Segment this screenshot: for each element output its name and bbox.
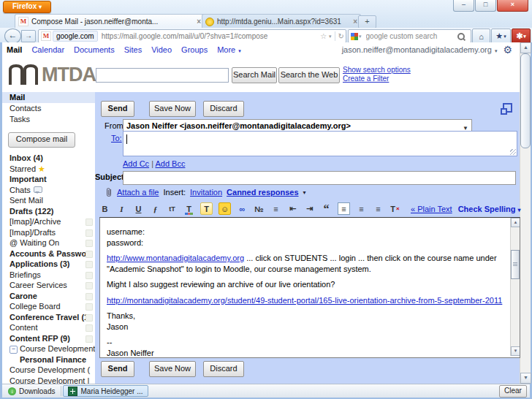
url-bar[interactable]: M google.com https://mail.google.com/mai… <box>38 29 346 43</box>
sidebar-label-expandable[interactable]: −Course Development <box>2 343 95 354</box>
mail-search-input[interactable] <box>96 68 229 83</box>
sidebar-folder-important[interactable]: Important <box>2 174 95 185</box>
back-button[interactable]: ← <box>4 28 21 44</box>
to-label-link[interactable]: To: <box>111 134 122 142</box>
sidebar-folder-inbox[interactable]: Inbox (4) <box>2 153 95 164</box>
sidebar-label[interactable]: Content RFP (9) <box>2 333 95 344</box>
emoji-icon[interactable]: ☺ <box>218 202 231 215</box>
invitation-link[interactable]: Invitation <box>190 188 222 197</box>
maximize-button[interactable]: □ <box>475 0 496 12</box>
clear-downloads-button[interactable]: Clear <box>499 385 527 398</box>
body-link[interactable]: http://www.montanadigitalacademy.org <box>107 254 244 262</box>
scroll-down-icon[interactable]: ▼ <box>520 373 531 384</box>
minimize-button[interactable]: – <box>453 0 474 12</box>
message-body-editor[interactable]: username: password: http://www.montanadi… <box>99 217 520 358</box>
sidebar-label[interactable]: Applications (3) <box>2 259 95 270</box>
sidebar-label[interactable]: [Imap]/Archive <box>2 216 95 227</box>
send-button[interactable]: Send <box>101 101 134 117</box>
align-center-icon[interactable]: ≡ <box>356 203 367 214</box>
sidebar-folder-sent-mail[interactable]: Sent Mail <box>2 195 95 206</box>
gbar-link-documents[interactable]: Documents <box>74 45 115 54</box>
reload-icon[interactable]: ↻ <box>338 32 344 40</box>
text-size-icon[interactable]: tT <box>167 203 178 214</box>
save-now-button[interactable]: Save Now <box>149 101 196 117</box>
gbar-link-groups[interactable]: Groups <box>181 45 208 54</box>
chevron-down-icon[interactable]: ▾ <box>329 34 332 39</box>
gbar-link-calendar[interactable]: Calendar <box>31 45 64 54</box>
sidebar-label[interactable]: @ Waiting On <box>2 238 95 248</box>
sidebar-item-mail[interactable]: Mail <box>2 92 95 103</box>
blockquote-icon[interactable]: “ <box>321 203 332 214</box>
sidebar-label[interactable]: Accounts & Passwor <box>2 248 95 259</box>
bullet-list-icon[interactable]: ≡ <box>270 203 281 214</box>
sidebar-label[interactable]: Course Development ( <box>2 365 95 376</box>
collapse-icon[interactable]: − <box>10 346 18 354</box>
gbar-link-sites[interactable]: Sites <box>124 45 142 54</box>
sidebar-label[interactable]: Course Development | <box>2 376 95 384</box>
canned-responses-link[interactable]: Canned responses <box>227 188 298 197</box>
italic-icon[interactable]: I <box>116 203 127 214</box>
scrollbar-thumb[interactable] <box>520 53 531 148</box>
sidebar-label[interactable]: Content <box>2 322 95 333</box>
attach-file-link[interactable]: Attach a file <box>117 188 159 197</box>
web-search-input[interactable]: ▾ google custom search <box>348 29 471 43</box>
sidebar-folder-starred[interactable]: Starred★ <box>2 164 95 175</box>
to-field[interactable] <box>123 131 517 156</box>
body-scrollbar[interactable]: ▲ ▼ <box>510 218 520 356</box>
search-icon[interactable] <box>457 33 465 40</box>
gbar-link-mail[interactable]: Mail <box>7 45 22 54</box>
bookmark-star-icon[interactable]: ☆ <box>320 32 327 40</box>
sidebar-label[interactable]: Carone <box>2 291 95 302</box>
bold-icon[interactable]: B <box>99 203 110 214</box>
sidebar-label[interactable]: Career Services <box>2 280 95 291</box>
numbered-list-icon[interactable]: № <box>254 203 265 214</box>
sidebar-item-tasks[interactable]: Tasks <box>2 114 95 125</box>
send-button-bottom[interactable]: Send <box>101 361 134 377</box>
bookmarks-button[interactable]: ★▾ <box>491 28 511 44</box>
sidebar-label[interactable]: [Imap]/Drafts <box>2 227 95 238</box>
download-item[interactable]: Maria Heidegger ... <box>63 385 148 397</box>
sidebar-label[interactable]: Briefings <box>2 270 95 281</box>
gbar-link-more[interactable]: More ▾ <box>217 45 241 54</box>
sidebar-folder-chats[interactable]: Chats <box>2 185 95 196</box>
lastpass-button[interactable]: ✱▾ <box>512 28 531 44</box>
insert-link-icon[interactable]: ∞ <box>237 203 248 214</box>
subject-field[interactable] <box>123 171 516 185</box>
remove-formatting-icon[interactable]: T× <box>390 203 400 214</box>
save-now-button-bottom[interactable]: Save Now <box>149 361 196 377</box>
check-spelling-link[interactable]: Check Spelling ▾ <box>458 205 522 213</box>
gbar-link-video[interactable]: Video <box>151 45 172 54</box>
search-web-button[interactable]: Search the Web <box>278 67 340 83</box>
compose-mail-button[interactable]: Compose mail <box>8 132 75 148</box>
close-tab-icon[interactable]: × <box>197 18 201 26</box>
tab-compose-mail[interactable]: M Compose Mail - jason.neiffer@monta... … <box>15 14 205 28</box>
add-cc-link[interactable]: Add Cc <box>123 159 149 168</box>
tab-mtda-genius[interactable]: http://mtda.geniu...Main.aspx?id=3631 × <box>202 14 361 28</box>
discard-button[interactable]: Discard <box>203 101 244 117</box>
close-tab-icon[interactable]: × <box>353 18 357 26</box>
outdent-icon[interactable]: ⇤ <box>287 203 298 214</box>
gear-icon[interactable]: ⚙ <box>503 44 512 56</box>
indent-icon[interactable]: ⇥ <box>304 203 315 214</box>
site-identity-chip[interactable]: google.com <box>53 31 98 42</box>
align-left-icon[interactable]: ≡ <box>338 202 350 215</box>
forward-button[interactable]: → <box>21 30 36 42</box>
scroll-up-icon[interactable]: ▲ <box>520 42 531 53</box>
highlight-icon[interactable]: T <box>200 202 213 215</box>
sidebar-label[interactable]: Conference Travel (1 <box>2 312 95 323</box>
plain-text-link[interactable]: « Plain Text <box>411 205 452 213</box>
chevron-down-icon[interactable]: ▾ <box>359 34 362 39</box>
sidebar-folder-drafts[interactable]: Drafts (122) <box>2 206 95 217</box>
sidebar-item-contacts[interactable]: Contacts <box>2 103 95 114</box>
sidebar-label[interactable]: College Board <box>2 301 95 312</box>
downloads-button[interactable]: ↓ Downloads <box>4 386 59 397</box>
scrollbar-thumb[interactable] <box>511 250 520 279</box>
firefox-menu-button[interactable]: Firefox ▾ <box>3 1 51 13</box>
text-color-icon[interactable]: T <box>183 203 194 214</box>
add-bcc-link[interactable]: Add Bcc <box>155 159 185 168</box>
home-button[interactable]: ⌂ <box>472 28 490 44</box>
popout-icon[interactable] <box>503 103 512 113</box>
account-menu[interactable]: jason.neiffer@montanadigitalacademy.org … <box>342 45 498 54</box>
close-button[interactable]: × <box>497 0 528 12</box>
body-link[interactable]: http://montanadigitalacademy.org/student… <box>107 296 502 305</box>
